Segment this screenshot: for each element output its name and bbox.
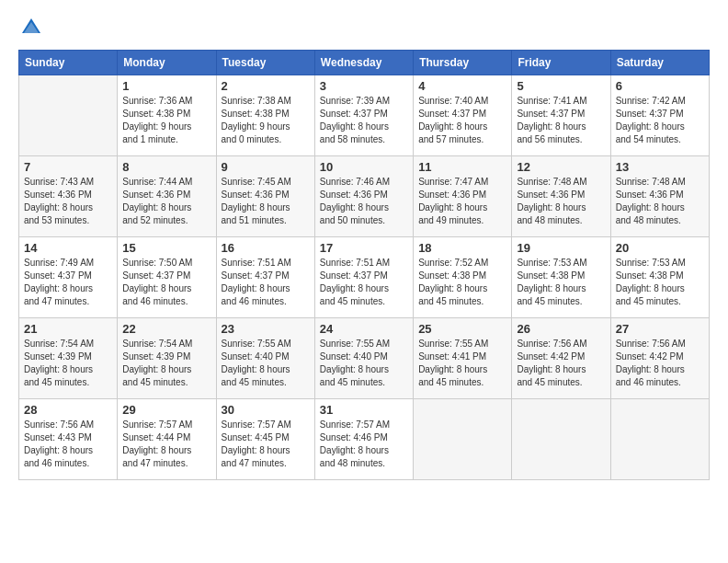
day-number: 28 bbox=[24, 403, 112, 417]
day-info: Sunrise: 7:47 AM Sunset: 4:36 PM Dayligh… bbox=[418, 176, 506, 227]
day-number: 13 bbox=[616, 160, 704, 174]
day-number: 2 bbox=[222, 79, 310, 93]
day-number: 15 bbox=[122, 241, 210, 255]
weekday-header-tuesday: Tuesday bbox=[216, 51, 314, 75]
day-number: 26 bbox=[517, 322, 605, 336]
week-row-5: 28Sunrise: 7:56 AM Sunset: 4:43 PM Dayli… bbox=[19, 399, 710, 480]
day-info: Sunrise: 7:43 AM Sunset: 4:36 PM Dayligh… bbox=[24, 176, 112, 227]
day-info: Sunrise: 7:53 AM Sunset: 4:38 PM Dayligh… bbox=[517, 257, 605, 308]
calendar-cell: 9Sunrise: 7:45 AM Sunset: 4:36 PM Daylig… bbox=[216, 156, 314, 237]
week-row-3: 14Sunrise: 7:49 AM Sunset: 4:37 PM Dayli… bbox=[19, 237, 710, 318]
calendar-cell bbox=[610, 399, 709, 480]
weekday-header-sunday: Sunday bbox=[19, 51, 118, 75]
week-row-1: 1Sunrise: 7:36 AM Sunset: 4:38 PM Daylig… bbox=[19, 75, 710, 156]
weekday-header-monday: Monday bbox=[118, 51, 216, 75]
day-number: 6 bbox=[616, 79, 704, 93]
day-number: 20 bbox=[616, 241, 704, 255]
calendar-cell bbox=[19, 75, 118, 156]
day-number: 1 bbox=[122, 79, 210, 93]
day-number: 24 bbox=[320, 322, 408, 336]
calendar-cell: 10Sunrise: 7:46 AM Sunset: 4:36 PM Dayli… bbox=[314, 156, 413, 237]
calendar-cell: 18Sunrise: 7:52 AM Sunset: 4:38 PM Dayli… bbox=[414, 237, 512, 318]
day-info: Sunrise: 7:53 AM Sunset: 4:38 PM Dayligh… bbox=[616, 257, 704, 308]
day-number: 14 bbox=[24, 241, 112, 255]
day-info: Sunrise: 7:38 AM Sunset: 4:38 PM Dayligh… bbox=[222, 95, 310, 146]
day-info: Sunrise: 7:54 AM Sunset: 4:39 PM Dayligh… bbox=[122, 338, 210, 389]
calendar-cell: 12Sunrise: 7:48 AM Sunset: 4:36 PM Dayli… bbox=[512, 156, 610, 237]
day-number: 10 bbox=[320, 160, 408, 174]
calendar-cell: 19Sunrise: 7:53 AM Sunset: 4:38 PM Dayli… bbox=[512, 237, 610, 318]
weekday-header-wednesday: Wednesday bbox=[314, 51, 413, 75]
day-number: 11 bbox=[418, 160, 506, 174]
day-number: 3 bbox=[320, 79, 408, 93]
calendar-cell: 27Sunrise: 7:56 AM Sunset: 4:42 PM Dayli… bbox=[610, 318, 709, 399]
day-number: 8 bbox=[122, 160, 210, 174]
day-info: Sunrise: 7:55 AM Sunset: 4:41 PM Dayligh… bbox=[418, 338, 506, 389]
day-info: Sunrise: 7:57 AM Sunset: 4:44 PM Dayligh… bbox=[122, 419, 210, 470]
day-number: 21 bbox=[24, 322, 112, 336]
header bbox=[18, 15, 710, 40]
day-info: Sunrise: 7:36 AM Sunset: 4:38 PM Dayligh… bbox=[122, 95, 210, 146]
day-number: 9 bbox=[222, 160, 310, 174]
day-number: 29 bbox=[122, 403, 210, 417]
day-info: Sunrise: 7:44 AM Sunset: 4:36 PM Dayligh… bbox=[122, 176, 210, 227]
calendar-cell: 24Sunrise: 7:55 AM Sunset: 4:40 PM Dayli… bbox=[314, 318, 413, 399]
day-info: Sunrise: 7:57 AM Sunset: 4:45 PM Dayligh… bbox=[222, 419, 310, 470]
day-info: Sunrise: 7:45 AM Sunset: 4:36 PM Dayligh… bbox=[222, 176, 310, 227]
weekday-header-row: SundayMondayTuesdayWednesdayThursdayFrid… bbox=[19, 51, 710, 75]
day-info: Sunrise: 7:52 AM Sunset: 4:38 PM Dayligh… bbox=[418, 257, 506, 308]
calendar-table: SundayMondayTuesdayWednesdayThursdayFrid… bbox=[18, 50, 710, 480]
page-container: SundayMondayTuesdayWednesdayThursdayFrid… bbox=[0, 0, 728, 489]
day-info: Sunrise: 7:48 AM Sunset: 4:36 PM Dayligh… bbox=[616, 176, 704, 227]
day-number: 4 bbox=[418, 79, 506, 93]
day-number: 25 bbox=[418, 322, 506, 336]
day-info: Sunrise: 7:56 AM Sunset: 4:42 PM Dayligh… bbox=[616, 338, 704, 389]
day-number: 17 bbox=[320, 241, 408, 255]
calendar-cell: 29Sunrise: 7:57 AM Sunset: 4:44 PM Dayli… bbox=[118, 399, 216, 480]
calendar-cell: 2Sunrise: 7:38 AM Sunset: 4:38 PM Daylig… bbox=[216, 75, 314, 156]
day-info: Sunrise: 7:39 AM Sunset: 4:37 PM Dayligh… bbox=[320, 95, 408, 146]
calendar-cell: 23Sunrise: 7:55 AM Sunset: 4:40 PM Dayli… bbox=[216, 318, 314, 399]
day-info: Sunrise: 7:51 AM Sunset: 4:37 PM Dayligh… bbox=[320, 257, 408, 308]
day-number: 23 bbox=[222, 322, 310, 336]
calendar-cell: 8Sunrise: 7:44 AM Sunset: 4:36 PM Daylig… bbox=[118, 156, 216, 237]
calendar-cell: 21Sunrise: 7:54 AM Sunset: 4:39 PM Dayli… bbox=[19, 318, 118, 399]
weekday-header-friday: Friday bbox=[512, 51, 610, 75]
day-number: 7 bbox=[24, 160, 112, 174]
day-number: 19 bbox=[517, 241, 605, 255]
day-number: 5 bbox=[517, 79, 605, 93]
calendar-cell: 3Sunrise: 7:39 AM Sunset: 4:37 PM Daylig… bbox=[314, 75, 413, 156]
calendar-cell: 26Sunrise: 7:56 AM Sunset: 4:42 PM Dayli… bbox=[512, 318, 610, 399]
day-number: 30 bbox=[222, 403, 310, 417]
weekday-header-saturday: Saturday bbox=[610, 51, 709, 75]
day-number: 22 bbox=[122, 322, 210, 336]
day-info: Sunrise: 7:56 AM Sunset: 4:42 PM Dayligh… bbox=[517, 338, 605, 389]
calendar-cell: 1Sunrise: 7:36 AM Sunset: 4:38 PM Daylig… bbox=[118, 75, 216, 156]
logo-icon bbox=[18, 15, 44, 40]
calendar-cell: 6Sunrise: 7:42 AM Sunset: 4:37 PM Daylig… bbox=[610, 75, 709, 156]
logo bbox=[18, 15, 48, 40]
calendar-cell bbox=[512, 399, 610, 480]
day-number: 12 bbox=[517, 160, 605, 174]
day-number: 18 bbox=[418, 241, 506, 255]
calendar-cell: 15Sunrise: 7:50 AM Sunset: 4:37 PM Dayli… bbox=[118, 237, 216, 318]
calendar-cell: 11Sunrise: 7:47 AM Sunset: 4:36 PM Dayli… bbox=[414, 156, 512, 237]
calendar-cell: 20Sunrise: 7:53 AM Sunset: 4:38 PM Dayli… bbox=[610, 237, 709, 318]
calendar-cell: 22Sunrise: 7:54 AM Sunset: 4:39 PM Dayli… bbox=[118, 318, 216, 399]
day-info: Sunrise: 7:42 AM Sunset: 4:37 PM Dayligh… bbox=[616, 95, 704, 146]
weekday-header-thursday: Thursday bbox=[414, 51, 512, 75]
calendar-cell: 7Sunrise: 7:43 AM Sunset: 4:36 PM Daylig… bbox=[19, 156, 118, 237]
day-info: Sunrise: 7:48 AM Sunset: 4:36 PM Dayligh… bbox=[517, 176, 605, 227]
calendar-cell: 25Sunrise: 7:55 AM Sunset: 4:41 PM Dayli… bbox=[414, 318, 512, 399]
day-info: Sunrise: 7:40 AM Sunset: 4:37 PM Dayligh… bbox=[418, 95, 506, 146]
day-info: Sunrise: 7:56 AM Sunset: 4:43 PM Dayligh… bbox=[24, 419, 112, 470]
day-info: Sunrise: 7:57 AM Sunset: 4:46 PM Dayligh… bbox=[320, 419, 408, 470]
day-info: Sunrise: 7:55 AM Sunset: 4:40 PM Dayligh… bbox=[222, 338, 310, 389]
day-info: Sunrise: 7:54 AM Sunset: 4:39 PM Dayligh… bbox=[24, 338, 112, 389]
day-number: 27 bbox=[616, 322, 704, 336]
week-row-4: 21Sunrise: 7:54 AM Sunset: 4:39 PM Dayli… bbox=[19, 318, 710, 399]
day-info: Sunrise: 7:50 AM Sunset: 4:37 PM Dayligh… bbox=[122, 257, 210, 308]
day-number: 16 bbox=[222, 241, 310, 255]
calendar-cell: 4Sunrise: 7:40 AM Sunset: 4:37 PM Daylig… bbox=[414, 75, 512, 156]
calendar-cell: 16Sunrise: 7:51 AM Sunset: 4:37 PM Dayli… bbox=[216, 237, 314, 318]
